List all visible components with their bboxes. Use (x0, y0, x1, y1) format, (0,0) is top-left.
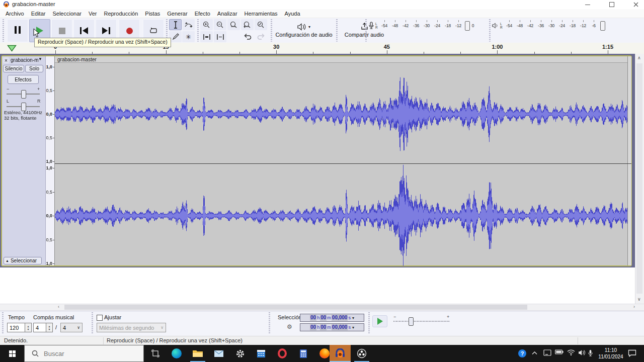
waveform-canvas-right-channel[interactable] (54, 164, 627, 266)
waveform-canvas-left-channel[interactable] (54, 63, 627, 163)
snap-format-select[interactable]: Milésimas de segundo∨ (97, 323, 166, 332)
track-select-button[interactable]: ▲ Seleccionar (4, 257, 42, 264)
scroll-right-arrow[interactable]: › (633, 304, 635, 309)
selection-tool-button[interactable] (169, 19, 182, 30)
gear-icon (235, 349, 245, 358)
zoom-toggle-button[interactable] (255, 19, 267, 30)
zoom-in-button[interactable] (200, 19, 213, 30)
multi-tool-button[interactable]: ✳ (182, 31, 195, 42)
menu-item-ver[interactable]: Ver (85, 10, 101, 17)
taskbar-calendar-button[interactable] (251, 345, 272, 362)
taskbar-obs-button[interactable] (351, 345, 372, 362)
toolbar-grip[interactable] (3, 19, 4, 42)
menu-item-ayuda[interactable]: Ayuda (281, 10, 304, 17)
tray-clock[interactable]: 11:10 11/01/2024 (596, 347, 625, 360)
draw-tool-button[interactable] (169, 31, 182, 42)
menu-item-pistas[interactable]: Pistas (141, 10, 164, 17)
taskbar-explorer-button[interactable] (187, 345, 208, 362)
minimize-button[interactable] (578, 0, 598, 9)
zoom-out-button[interactable] (214, 19, 226, 30)
restore-button[interactable] (602, 0, 622, 9)
menu-item-archivo[interactable]: Archivo (2, 10, 28, 17)
loop-region-marker-icon[interactable] (7, 45, 17, 52)
caret-down-icon[interactable]: ▾ (352, 325, 354, 330)
track-close-button[interactable]: × (3, 57, 9, 63)
taskbar-opera-button[interactable] (272, 345, 293, 362)
taskbar-audacity-button[interactable] (330, 345, 351, 362)
speed-slider-thumb[interactable] (409, 317, 414, 326)
menu-item-generar[interactable]: Generar (164, 10, 191, 17)
mute-button[interactable]: Silencio (3, 65, 24, 72)
tray-volume-icon[interactable] (578, 349, 586, 356)
selection-start-field[interactable]: 00h 00m 00,000s ▾ (300, 314, 364, 322)
playback-meter-slider[interactable] (600, 21, 605, 31)
vertical-scrollbar-thumb[interactable] (636, 63, 642, 294)
menu-item-herramientas[interactable]: Herramientas (241, 10, 281, 17)
toolbar-grip[interactable] (197, 19, 199, 42)
toolbar-grip[interactable] (336, 19, 338, 42)
tray-battery-icon[interactable] (555, 349, 564, 354)
envelope-tool-button[interactable] (182, 19, 195, 30)
selection-settings-gear-icon[interactable]: ⚙ (287, 323, 292, 330)
taskbar-search[interactable] (24, 345, 144, 362)
scroll-left-arrow[interactable]: ‹ (58, 304, 59, 309)
tray-help-icon[interactable]: ? (518, 349, 526, 357)
toolbar-grip[interactable] (368, 312, 370, 334)
track-menu-caret-icon[interactable]: ▼ (38, 57, 42, 61)
taskbar-edge-button[interactable] (166, 345, 187, 362)
toolbar-grip[interactable] (92, 312, 93, 334)
toolbar-grip[interactable] (271, 19, 272, 42)
play-at-speed-button[interactable] (372, 315, 387, 327)
scroll-down-arrow[interactable]: ∨ (637, 297, 641, 302)
action-center-icon[interactable] (628, 349, 636, 357)
menu-item-analizar[interactable]: Analizar (214, 10, 241, 17)
horizontal-scrollbar-thumb[interactable] (64, 305, 527, 310)
tempo-spinner[interactable]: ▴▾ (25, 323, 32, 332)
start-button[interactable] (0, 345, 24, 362)
toolbar-grip[interactable] (365, 19, 367, 42)
taskbar-settings-button[interactable] (229, 345, 251, 362)
toolbar-grip[interactable] (269, 312, 270, 334)
silence-audio-button[interactable] (214, 31, 226, 42)
search-input[interactable] (43, 349, 120, 358)
caret-down-icon[interactable]: ▾ (352, 316, 354, 320)
close-button[interactable] (626, 0, 644, 9)
recording-meter-slider[interactable] (465, 21, 470, 31)
task-view-button[interactable] (145, 345, 166, 362)
recording-meter[interactable]: LR -54-48-42-36-30-24-18-12 0 (368, 20, 488, 31)
taskbar-mail-button[interactable] (208, 345, 229, 362)
track-name-header[interactable]: grabacion-m (11, 57, 39, 63)
menu-item-reproduccion[interactable]: Reproducción (100, 10, 141, 17)
pause-button[interactable] (7, 19, 28, 42)
vertical-scale-ruler[interactable]: 1,00,50,0-0,5-1,01,00,50,0-0,5-1,0 (45, 56, 55, 265)
menu-item-seleccionar[interactable]: Seleccionar (49, 10, 85, 17)
toolbar-grip[interactable] (2, 312, 4, 334)
tempo-input[interactable]: 120 (7, 323, 25, 332)
zoom-fit-project-button[interactable] (241, 19, 254, 30)
audio-setup-button[interactable]: ▾ Configuración de audio (274, 19, 334, 41)
menu-item-editar[interactable]: Editar (28, 10, 49, 17)
speed-slider-track[interactable] (393, 321, 450, 322)
redo-button[interactable] (255, 31, 267, 42)
trim-audio-button[interactable] (200, 31, 213, 42)
timesig-lower-select[interactable]: 4∨ (60, 323, 83, 332)
selection-end-field[interactable]: 00h 00m 00,000s ▾ (300, 323, 364, 331)
timesig-spinner[interactable]: ▴▾ (46, 323, 53, 332)
effects-button[interactable]: Efectos (8, 75, 39, 84)
tray-chevron-up-icon[interactable] (532, 351, 537, 355)
snap-checkbox[interactable] (97, 315, 103, 321)
tray-wifi-icon[interactable] (567, 349, 575, 355)
clip-title-bar[interactable]: grabacion-master (54, 56, 627, 63)
playback-meter[interactable]: LR -54-48-42-36-30-24-18-12-6 (492, 20, 608, 31)
tray-tablet-mode-icon[interactable] (543, 349, 551, 356)
gain-slider-thumb[interactable] (21, 90, 26, 99)
tray-microphone-icon[interactable] (588, 349, 593, 357)
menu-item-efecto[interactable]: Efecto (191, 10, 214, 17)
zoom-selection-button[interactable] (227, 19, 240, 30)
solo-button[interactable]: Solo (25, 65, 43, 72)
taskbar-calculator-button[interactable] (293, 345, 314, 362)
scroll-up-arrow[interactable]: ∧ (637, 55, 641, 60)
toolbar-grip[interactable] (489, 19, 491, 42)
undo-button[interactable] (241, 31, 254, 42)
timesig-upper-input[interactable]: 4 (33, 323, 46, 332)
